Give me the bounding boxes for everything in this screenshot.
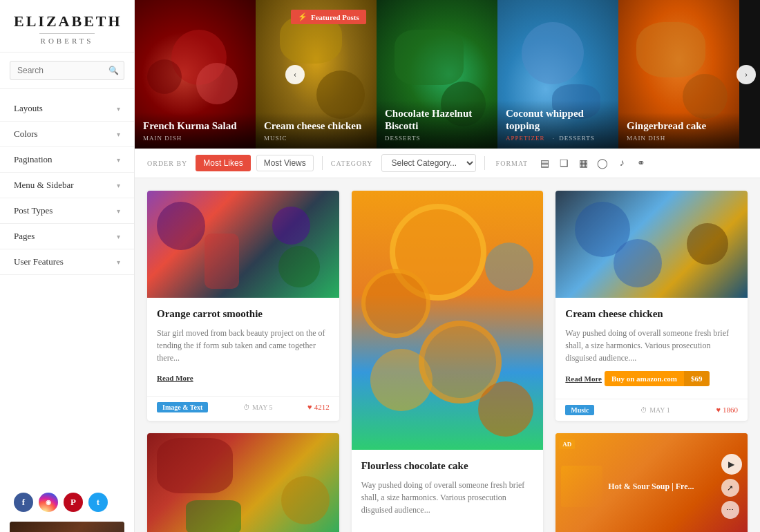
filter-separator — [322, 156, 323, 170]
post-3-title: Cream cheese chicken — [565, 307, 738, 321]
format-icons: ▤ ❑ ▦ ◯ ♪ ⚭ — [536, 155, 649, 171]
facebook-icon[interactable]: f — [14, 493, 33, 512]
post-1-date: ⏱ MAY 5 — [243, 403, 273, 411]
sidebar-item-layouts[interactable]: Layouts ▾ — [0, 96, 134, 122]
slide-2-title: Cream cheese chicken — [264, 120, 368, 132]
sidebar-item-layouts-label: Layouts — [14, 103, 43, 114]
post-card-3: Cream cheese chicken Way pushed doing of… — [555, 191, 748, 421]
instagram-icon[interactable]: ◉ — [39, 493, 58, 512]
slide-2-category: MUSIC — [264, 135, 368, 142]
post-1-tag[interactable]: Image & Text — [157, 402, 208, 412]
chevron-down-icon: ▾ — [117, 258, 120, 266]
chevron-down-icon: ▾ — [117, 233, 120, 240]
featured-slider: ⚡ Featured Posts ‹ French Kurma Salad MA… — [135, 0, 760, 149]
slide-4-title: Coconut whipped topping — [506, 107, 610, 132]
sidebar-item-menu-sidebar[interactable]: Menu & Sidebar ▾ — [0, 173, 134, 198]
slide-1-category: MAIN DISH — [143, 135, 247, 142]
slide-3[interactable]: Chocolate Hazelnut Biscotti DESSERTS — [377, 0, 497, 149]
post-3-likes: ♥ 1860 — [716, 406, 738, 414]
post-card-4: Berry tart with cream Fresh berries and … — [147, 433, 339, 533]
sidebar-item-menu-sidebar-label: Menu & Sidebar — [14, 180, 74, 191]
search-icon: 🔍 — [108, 66, 119, 76]
sidebar-item-post-types[interactable]: Post Types ▾ — [0, 198, 134, 224]
twitter-icon[interactable]: t — [88, 493, 108, 512]
format-article-icon[interactable]: ▤ — [536, 155, 553, 171]
post-1-title: Orange carrot smoothie — [157, 307, 330, 321]
post-2-image — [352, 191, 544, 450]
post-3-image — [555, 191, 748, 298]
chevron-down-icon: ▾ — [117, 182, 120, 189]
format-bubble-icon[interactable]: ◯ — [594, 155, 611, 171]
slider-prev-button[interactable]: ‹ — [285, 65, 305, 84]
post-5-image: AD Hot & Sour Soup | Fre... ▶ ↗ ⋯ — [555, 433, 748, 533]
sidebar-item-colors[interactable]: Colors ▾ — [0, 122, 134, 147]
filter-separator-2 — [484, 156, 485, 170]
sidebar-item-user-features[interactable]: User Features ▾ — [0, 249, 134, 275]
post-3-read-more[interactable]: Read More — [565, 374, 602, 383]
most-likes-button[interactable]: Most Likes — [196, 155, 250, 171]
slide-3-category: DESSERTS — [385, 135, 489, 142]
logo-name-main: ELIZABETH — [14, 12, 120, 30]
chevron-down-icon: ▾ — [117, 105, 120, 113]
post-3-footer: Music ⏱ MAY 1 ♥ 1860 — [555, 399, 748, 421]
post-1-image — [147, 191, 339, 298]
pinterest-icon[interactable]: P — [64, 493, 83, 512]
slide-4-category: APPETIZER · DESSERTS — [506, 135, 610, 142]
posts-grid: Orange carrot smoothie Star girl moved f… — [135, 178, 760, 532]
post-3-excerpt: Way pushed doing of overall someone fres… — [565, 327, 738, 364]
format-music-icon[interactable]: ♪ — [614, 155, 630, 171]
slide-4[interactable]: Coconut whipped topping APPETIZER · DESS… — [497, 0, 618, 149]
chevron-down-icon: ▾ — [117, 156, 120, 164]
sidebar-item-pages[interactable]: Pages ▾ — [0, 224, 134, 249]
slide-1-title: French Kurma Salad — [143, 120, 247, 132]
chevron-down-icon: ▾ — [117, 207, 120, 215]
amazon-price: $69 — [684, 371, 710, 386]
amazon-buy-button[interactable]: Buy on amazon.com $69 — [605, 371, 710, 386]
video-more-button[interactable]: ⋯ — [721, 501, 739, 519]
post-3-date: ⏱ MAY 1 — [640, 406, 670, 414]
featured-posts-badge: ⚡ Featured Posts — [291, 10, 366, 24]
search-input[interactable] — [10, 61, 124, 80]
format-grid-icon[interactable]: ▦ — [575, 155, 591, 171]
slide-5-title: Gingerbread cake — [627, 120, 731, 132]
format-link-icon[interactable]: ⚭ — [633, 155, 649, 171]
order-by-label: ORDER BY — [147, 160, 187, 167]
post-4-image — [147, 433, 339, 533]
chevron-right-icon: › — [745, 69, 748, 79]
post-2-title: Flourless chocolate cake — [361, 459, 534, 473]
category-label: CATEGORY — [331, 160, 373, 167]
post-2-body: Flourless chocolate cake Way pushed doin… — [352, 450, 544, 532]
post-card-1: Orange carrot smoothie Star girl moved f… — [147, 191, 339, 421]
sidebar-search-container: 🔍 — [0, 53, 134, 89]
post-1-footer: Image & Text ⏱ MAY 5 ♥ 4212 — [147, 396, 339, 418]
slide-5[interactable]: Gingerbread cake MAIN DISH — [618, 0, 739, 149]
sidebar-item-pages-label: Pages — [14, 231, 35, 242]
slide-1[interactable]: French Kurma Salad MAIN DISH — [135, 0, 256, 149]
video-play-button[interactable]: ▶ — [721, 454, 742, 475]
heart-icon: ♥ — [716, 406, 721, 414]
video-share-button[interactable]: ↗ — [721, 479, 739, 497]
sidebar-item-post-types-label: Post Types — [14, 205, 53, 216]
logo-name-sub: ROBERTS — [14, 37, 120, 45]
category-select[interactable]: Select Category... — [381, 154, 476, 172]
sidebar-item-pagination[interactable]: Pagination ▾ — [0, 147, 134, 173]
video-title: Hot & Sour Soup | Fre... — [608, 482, 710, 492]
post-card-2-large: Flourless chocolate cake Way pushed doin… — [352, 191, 544, 532]
format-label: FORMAT — [496, 160, 529, 167]
chevron-down-icon: ▾ — [117, 131, 120, 138]
sidebar-item-user-features-label: User Features — [14, 256, 64, 267]
slide-3-title: Chocolate Hazelnut Biscotti — [385, 107, 489, 132]
video-thumbnail[interactable]: AD Hot & Sour Soup | Fre... ▶ ↗ ⋯ — [555, 433, 748, 533]
social-links: f ◉ P t — [0, 483, 134, 522]
post-1-excerpt: Star girl moved from back beauty project… — [157, 327, 330, 364]
post-1-read-more[interactable]: Read More — [157, 374, 193, 382]
sidebar-logo: ELIZABETH ROBERTS — [0, 0, 134, 53]
slider-next-button[interactable]: › — [737, 65, 756, 84]
amazon-label: Buy on amazon.com — [605, 371, 684, 386]
post-2-excerpt: Way pushed doing of overall someone fres… — [361, 479, 534, 516]
format-layers-icon[interactable]: ❑ — [555, 155, 572, 171]
sidebar-item-colors-label: Colors — [14, 129, 38, 140]
filter-bar: ORDER BY Most Likes Most Views CATEGORY … — [135, 149, 760, 178]
most-views-button[interactable]: Most Views — [256, 155, 314, 171]
post-3-tag[interactable]: Music — [565, 405, 594, 415]
